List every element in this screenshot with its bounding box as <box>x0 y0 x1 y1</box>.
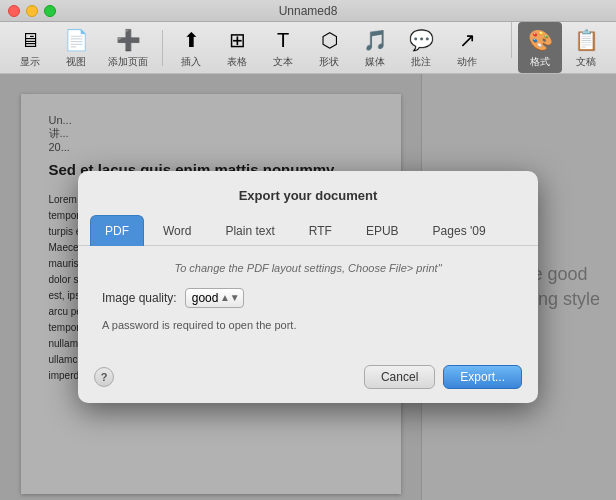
toolbar-item-action[interactable]: ↗ 动作 <box>445 22 489 73</box>
toolbar-item-format[interactable]: 🎨 格式 <box>518 22 562 73</box>
modal-note: To change the PDF layout settings, Choos… <box>102 262 514 274</box>
modal-header: Export your document <box>78 171 538 215</box>
tab-bar: PDF Word Plain text RTF EPUB Pages '09 <box>78 215 538 246</box>
format-label: 格式 <box>530 55 550 69</box>
view-icon: 📄 <box>62 26 90 54</box>
shape-label: 形状 <box>319 55 339 69</box>
format-icon: 🎨 <box>526 26 554 54</box>
toolbar-item-insert[interactable]: ⬆ 插入 <box>169 22 213 73</box>
modal-footer: ? Cancel Export... <box>78 355 538 403</box>
insert-icon: ⬆ <box>177 26 205 54</box>
image-quality-select[interactable]: good better best <box>185 288 244 308</box>
shape-icon: ⬡ <box>315 26 343 54</box>
toolbar-item-table[interactable]: ⊞ 表格 <box>215 22 259 73</box>
modal-footer-left: ? <box>94 367 114 387</box>
tab-pdf[interactable]: PDF <box>90 215 144 246</box>
insert-label: 插入 <box>181 55 201 69</box>
toolbar-item-media[interactable]: 🎵 媒体 <box>353 22 397 73</box>
tab-epub[interactable]: EPUB <box>351 215 414 246</box>
main-area: Un... 讲... 20... Sed et lacus quis enim … <box>0 74 616 500</box>
text-icon: T <box>269 26 297 54</box>
tab-plaintext[interactable]: Plain text <box>210 215 289 246</box>
display-icon: 🖥 <box>16 26 44 54</box>
maximize-button[interactable] <box>44 5 56 17</box>
window: Unnamed8 🖥 显示 📄 视图 ➕ 添加页面 ⬆ 插入 ⊞ 表格 T 文本 <box>0 0 616 500</box>
separator-1 <box>162 30 163 66</box>
toolbar: 🖥 显示 📄 视图 ➕ 添加页面 ⬆ 插入 ⊞ 表格 T 文本 ⬡ 形状 <box>0 22 616 74</box>
help-button[interactable]: ? <box>94 367 114 387</box>
toolbar-item-view[interactable]: 📄 视图 <box>54 22 98 73</box>
toolbar-item-display[interactable]: 🖥 显示 <box>8 22 52 73</box>
toolbar-item-doc[interactable]: 📋 文稿 <box>564 22 608 73</box>
comment-icon: 💬 <box>407 26 435 54</box>
export-button[interactable]: Export... <box>443 365 522 389</box>
export-modal: Export your document PDF Word Plain text… <box>78 171 538 404</box>
text-label: 文本 <box>273 55 293 69</box>
action-icon: ↗ <box>453 26 481 54</box>
table-icon: ⊞ <box>223 26 251 54</box>
cancel-button[interactable]: Cancel <box>364 365 435 389</box>
separator-2 <box>511 22 512 58</box>
toolbar-item-shape[interactable]: ⬡ 形状 <box>307 22 351 73</box>
comment-label: 批注 <box>411 55 431 69</box>
window-title: Unnamed8 <box>279 4 338 18</box>
addpage-icon: ➕ <box>114 26 142 54</box>
view-label: 视图 <box>66 55 86 69</box>
action-label: 动作 <box>457 55 477 69</box>
image-quality-label: Image quality: <box>102 291 177 305</box>
toolbar-item-text[interactable]: T 文本 <box>261 22 305 73</box>
traffic-lights <box>8 5 56 17</box>
doc-label: 文稿 <box>576 55 596 69</box>
modal-body: To change the PDF layout settings, Choos… <box>78 246 538 355</box>
modal-title: Export your document <box>98 187 518 205</box>
table-label: 表格 <box>227 55 247 69</box>
addpage-label: 添加页面 <box>108 55 148 69</box>
modal-overlay: Export your document PDF Word Plain text… <box>0 74 616 500</box>
minimize-button[interactable] <box>26 5 38 17</box>
toolbar-item-comment[interactable]: 💬 批注 <box>399 22 443 73</box>
tab-word[interactable]: Word <box>148 215 206 246</box>
warning-text: A password is required to open the port. <box>102 318 514 333</box>
toolbar-right: 🎨 格式 📋 文稿 <box>507 22 608 73</box>
doc-icon: 📋 <box>572 26 600 54</box>
tab-rtf[interactable]: RTF <box>294 215 347 246</box>
titlebar: Unnamed8 <box>0 0 616 22</box>
media-icon: 🎵 <box>361 26 389 54</box>
display-label: 显示 <box>20 55 40 69</box>
media-label: 媒体 <box>365 55 385 69</box>
image-quality-row: Image quality: good better best ▲▼ <box>102 288 514 308</box>
image-quality-select-wrapper: good better best ▲▼ <box>185 288 244 308</box>
close-button[interactable] <box>8 5 20 17</box>
tab-pages09[interactable]: Pages '09 <box>418 215 501 246</box>
toolbar-item-addpage[interactable]: ➕ 添加页面 <box>100 22 156 73</box>
